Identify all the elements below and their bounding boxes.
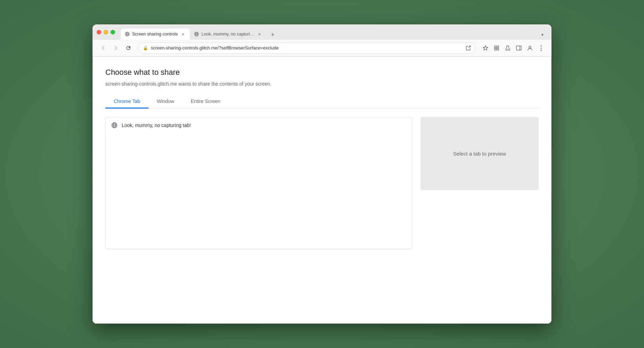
dialog-title: Choose what to share	[105, 68, 539, 77]
tab-list-item-title: Look, mummy, no capturing tab!	[122, 122, 191, 128]
address-bar[interactable]: 🔒 screen-sharing-controls.glitch.me/?sel…	[138, 42, 476, 54]
tab-close-capturing[interactable]: ✕	[257, 31, 262, 37]
side-panel-button[interactable]	[514, 43, 524, 53]
share-content: Look, mummy, no capturing tab! Select a …	[105, 117, 539, 249]
tab-window[interactable]: Window	[148, 95, 183, 109]
tab-capturing[interactable]: Look, mummy, no capturing ta ✕	[190, 29, 266, 40]
tab-title-capturing: Look, mummy, no capturing ta	[201, 32, 254, 37]
share-type-tabs: Chrome Tab Window Entire Screen	[105, 95, 539, 109]
list-item[interactable]: Look, mummy, no capturing tab!	[107, 119, 410, 132]
tab-entire-screen[interactable]: Entire Screen	[183, 95, 229, 109]
globe-icon-2	[194, 32, 199, 37]
globe-icon-list	[111, 122, 118, 128]
tab-screen-sharing[interactable]: Screen sharing controls ✕	[121, 29, 190, 40]
share-dialog: Choose what to share screen-sharing-cont…	[92, 56, 552, 324]
minimize-button[interactable]	[104, 30, 108, 34]
tabs-area: Screen sharing controls ✕ Look, mummy, n…	[121, 24, 547, 40]
svg-point-15	[508, 49, 509, 50]
svg-rect-11	[497, 46, 499, 48]
extensions-icon	[493, 45, 500, 51]
preview-empty-text: Select a tab to preview	[453, 151, 506, 157]
address-text: screen-sharing-controls.glitch.me/?selfB…	[151, 45, 463, 50]
star-icon	[482, 45, 489, 51]
extensions-button[interactable]	[492, 43, 501, 53]
new-tab-button[interactable]: +	[268, 30, 277, 40]
dialog-subtitle: screen-sharing-controls.glitch.me wants …	[105, 81, 539, 87]
page-content: Choose what to share screen-sharing-cont…	[92, 56, 552, 324]
maximize-button[interactable]	[111, 30, 115, 34]
svg-point-18	[529, 46, 531, 48]
tab-close-screen-sharing[interactable]: ✕	[180, 31, 186, 37]
labs-button[interactable]	[503, 43, 513, 53]
forward-icon	[113, 45, 119, 51]
nav-bar: 🔒 screen-sharing-controls.glitch.me/?sel…	[92, 40, 552, 56]
svg-point-14	[507, 48, 508, 49]
svg-rect-10	[494, 46, 496, 48]
close-button[interactable]	[97, 30, 101, 34]
traffic-lights	[97, 30, 115, 34]
preview-panel: Select a tab to preview	[420, 117, 539, 190]
tabs-list[interactable]: Look, mummy, no capturing tab!	[105, 117, 412, 249]
profile-button[interactable]	[525, 43, 535, 53]
back-button[interactable]	[98, 43, 108, 53]
side-panel-icon	[516, 45, 522, 51]
svg-rect-13	[497, 48, 499, 50]
refresh-icon	[126, 45, 131, 51]
refresh-button[interactable]	[123, 43, 134, 53]
share-page-icon[interactable]	[466, 45, 471, 51]
labs-icon	[505, 45, 511, 51]
tab-chrome-tab[interactable]: Chrome Tab	[105, 95, 148, 109]
title-bar: Screen sharing controls ✕ Look, mummy, n…	[92, 24, 552, 40]
tabs-dropdown-button[interactable]: ▾	[538, 30, 547, 40]
menu-button[interactable]: ⋮	[536, 43, 546, 53]
tab-title-screen-sharing: Screen sharing controls	[132, 32, 178, 37]
nav-actions: ⋮	[481, 43, 546, 53]
forward-button[interactable]	[111, 43, 121, 53]
back-icon	[100, 45, 106, 51]
svg-rect-16	[516, 46, 521, 50]
profile-icon	[527, 45, 533, 51]
globe-icon	[125, 32, 130, 37]
browser-window: Screen sharing controls ✕ Look, mummy, n…	[92, 24, 552, 324]
bookmark-button[interactable]	[481, 43, 490, 53]
svg-rect-12	[494, 48, 496, 50]
lock-icon: 🔒	[143, 46, 148, 50]
